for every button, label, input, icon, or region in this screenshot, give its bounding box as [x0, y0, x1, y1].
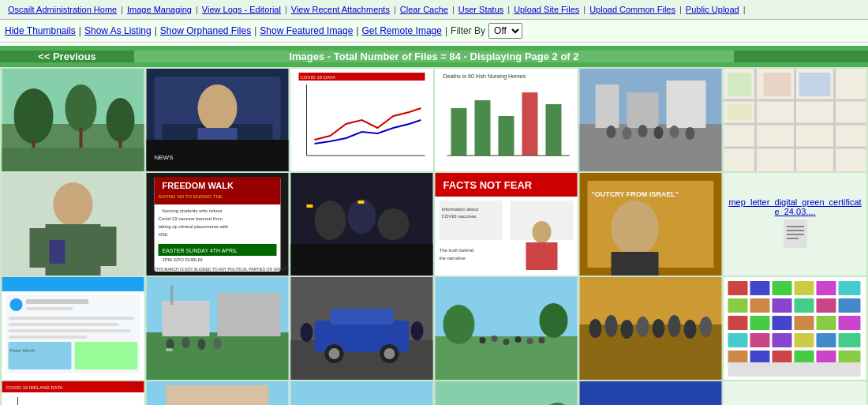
- svg-point-131: [411, 321, 424, 340]
- svg-rect-159: [728, 298, 748, 313]
- svg-text:The truth behind: The truth behind: [440, 248, 474, 253]
- thumbnail-14[interactable]: [146, 277, 289, 380]
- mep-letter-filename: mep_letter_digital_green_certificate_24.…: [727, 197, 863, 216]
- nav-image-managing[interactable]: Image Managing: [124, 3, 195, 16]
- svg-point-3: [65, 84, 97, 132]
- svg-rect-167: [773, 316, 792, 330]
- svg-rect-31: [596, 84, 619, 128]
- filter-dropdown[interactable]: Off On: [488, 23, 522, 39]
- thumbnail-11[interactable]: "OUTCRY FROM ISRAEL": [579, 173, 722, 276]
- thumbnail-8[interactable]: FREEDOM WALK SAYING NO TO ENDING THE Nur…: [146, 173, 289, 276]
- thumbnail-19[interactable]: COVID-19 IRELAND DATA: [2, 381, 144, 405]
- svg-point-134: [443, 305, 475, 344]
- wanted-poster-cell[interactable]: wanted_poster_2.pdf PDF: [724, 381, 866, 405]
- filter-bar: Hide Thumbnails | Show As Listing | Show…: [0, 20, 868, 43]
- hide-thumbnails-link[interactable]: Hide Thumbnails: [5, 25, 76, 36]
- thumbnail-21[interactable]: KIU: [290, 381, 433, 405]
- svg-rect-109: [9, 342, 72, 369]
- thumbnail-22[interactable]: [435, 381, 578, 405]
- svg-point-39: [686, 127, 695, 140]
- svg-rect-27: [546, 104, 562, 156]
- svg-rect-98: [787, 238, 799, 239]
- thumbnail-9[interactable]: [290, 173, 433, 276]
- show-featured-image-link[interactable]: Show Featured Image: [260, 25, 353, 36]
- mep-letter-cell[interactable]: mep_letter_digital_green_certificate_24.…: [724, 173, 866, 276]
- svg-point-85: [533, 221, 552, 243]
- svg-text:NEWS: NEWS: [155, 154, 174, 161]
- svg-point-117: [166, 339, 174, 350]
- thumbnail-5[interactable]: [579, 69, 722, 171]
- thumbnail-18[interactable]: [724, 277, 866, 380]
- top-navigation: Oscailt Administration Home | Image Mana…: [0, 0, 868, 20]
- thumbnail-13[interactable]: Peter Worth: [2, 277, 144, 380]
- thumbnail-16[interactable]: [435, 277, 578, 380]
- svg-point-73: [348, 199, 376, 234]
- svg-point-145: [605, 315, 618, 337]
- svg-rect-165: [728, 316, 748, 330]
- svg-rect-103: [26, 299, 89, 304]
- nav-public-upload[interactable]: Public Upload: [683, 3, 743, 16]
- svg-text:"OUTCRY FROM ISRAEL": "OUTCRY FROM ISRAEL": [592, 190, 679, 198]
- svg-rect-160: [750, 298, 770, 313]
- thumbnail-20[interactable]: [146, 381, 289, 405]
- svg-point-4: [107, 98, 135, 142]
- filter-by-label: Filter By: [451, 25, 485, 36]
- svg-text:HSE: HSE: [159, 232, 168, 237]
- thumbnail-23[interactable]: LIVE EVENT: [579, 381, 722, 405]
- svg-rect-97: [787, 234, 804, 235]
- svg-point-140: [527, 338, 533, 344]
- svg-rect-114: [163, 301, 210, 336]
- svg-rect-106: [9, 323, 119, 326]
- svg-rect-8: [2, 148, 144, 171]
- thumbnail-6[interactable]: [724, 69, 866, 171]
- svg-rect-108: [9, 336, 88, 339]
- svg-rect-57: [50, 240, 65, 264]
- thumbnail-15[interactable]: [290, 277, 433, 380]
- svg-rect-121: [166, 348, 173, 351]
- svg-rect-207: [291, 381, 433, 405]
- svg-point-74: [378, 208, 410, 240]
- svg-rect-161: [773, 298, 792, 313]
- nav-user-status[interactable]: User Status: [455, 3, 507, 16]
- nav-view-logs[interactable]: View Logs - Editorial: [199, 3, 284, 16]
- svg-rect-153: [728, 281, 748, 295]
- nav-recent-attachments[interactable]: View Recent Attachments: [288, 3, 393, 16]
- thumbnail-2[interactable]: NEWS: [146, 69, 289, 171]
- svg-point-135: [540, 303, 568, 338]
- thumbnail-3[interactable]: COVID-19 DATA: [290, 69, 433, 171]
- image-grid: NEWS COVID-19 DATA Deaths in 60 Irish Nu…: [0, 67, 868, 405]
- nav-upload-site-files[interactable]: Upload Site Files: [511, 3, 582, 16]
- svg-rect-25: [499, 116, 514, 156]
- svg-text:COVID-19 DATA: COVID-19 DATA: [301, 75, 335, 80]
- svg-text:EASTER SUNDAY 4TH APRIL: EASTER SUNDAY 4TH APRIL: [163, 248, 238, 253]
- thumbnail-4[interactable]: Deaths in 60 Irish Nursing Homes: [435, 69, 578, 171]
- svg-rect-154: [750, 281, 770, 295]
- thumbnail-7[interactable]: [2, 173, 144, 276]
- show-as-listing-link[interactable]: Show As Listing: [84, 25, 152, 36]
- svg-rect-170: [839, 316, 861, 330]
- thumbnail-10[interactable]: FACTS NOT FEAR Information about COVID v…: [435, 173, 578, 276]
- next-page-button[interactable]: [734, 51, 868, 62]
- show-orphaned-files-link[interactable]: Show Orphaned Files: [160, 25, 251, 36]
- svg-text:Deaths in 60 Irish Nursing Hom: Deaths in 60 Irish Nursing Homes: [443, 73, 526, 80]
- nav-clear-cache[interactable]: Clear Cache: [397, 3, 451, 16]
- thumbnail-17[interactable]: [579, 277, 722, 380]
- svg-rect-176: [839, 333, 861, 347]
- svg-rect-100: [2, 277, 144, 291]
- svg-rect-169: [817, 316, 836, 330]
- svg-text:2PM GPO DUBLIN: 2PM GPO DUBLIN: [163, 257, 203, 262]
- svg-point-130: [301, 323, 313, 342]
- svg-point-102: [10, 298, 23, 311]
- svg-rect-174: [795, 333, 814, 347]
- pagination-header: << Previous Images - Total Number of Fil…: [0, 46, 868, 67]
- svg-text:Covid-19 vaccine banned from: Covid-19 vaccine banned from: [159, 216, 223, 221]
- previous-page-button[interactable]: << Previous: [0, 51, 134, 62]
- thumbnail-1[interactable]: [2, 69, 144, 171]
- nav-upload-common-files[interactable]: Upload Common Files: [586, 3, 679, 16]
- svg-rect-183: [728, 362, 861, 377]
- svg-rect-125: [331, 309, 394, 324]
- svg-rect-110: [75, 342, 138, 369]
- get-remote-image-link[interactable]: Get Remote Image: [362, 25, 442, 36]
- svg-rect-104: [26, 307, 73, 310]
- nav-admin-home[interactable]: Oscailt Administration Home: [5, 3, 120, 16]
